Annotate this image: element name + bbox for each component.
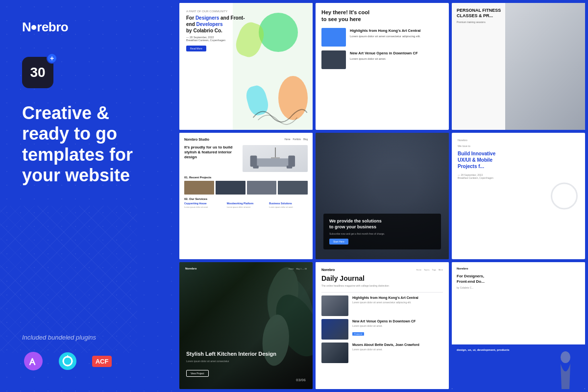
card6-title: Build InnovativeUX/UI & MobileProjects f… (458, 150, 579, 170)
tagline: Creative & ready to go templates for you… (22, 103, 154, 186)
news-img-1 (321, 28, 346, 47)
projects-grid (184, 181, 308, 195)
journal-title: Daily Journal (321, 274, 443, 282)
studio-logo: Norebro Studio (184, 138, 209, 141)
news-item-1: Highlights from Hong Kong's Art Central … (321, 28, 443, 47)
card8-counter: 03/06 (296, 378, 306, 382)
card5-headline: We provide the solutionsto grow your bus… (329, 219, 435, 230)
preview-card-designer-2[interactable]: Norebro For Designers,Front-end Do... by… (452, 262, 585, 389)
plugins-section: Included bundeled plugins (22, 334, 154, 372)
card6-pretag: We love to (458, 145, 579, 147)
card8-headline: Stylish Løft Kitchen Interior Design (186, 350, 276, 357)
svg-rect-6 (287, 166, 292, 169)
project-thumb-3 (247, 181, 277, 195)
jnav-tags: Tags (432, 269, 436, 271)
news-text-2: New Art Venue Opens in Downtown CF Lorem… (350, 50, 417, 61)
ja-tag: Featured (352, 332, 364, 336)
logo-dot (31, 25, 36, 30)
card1-pretag: A PART OF OUR COMMUNITY (186, 10, 246, 13)
service-2-desc: Lorem ipsum dolor sit amet (227, 206, 266, 208)
card5-btn[interactable]: Start Here (329, 239, 348, 245)
card8-nav: Home May 1 — 38 (289, 268, 307, 270)
card8-btn[interactable]: View Project (186, 370, 209, 377)
nav-portfolio: Portfolio (293, 138, 301, 141)
section-recent: 01. Recent Projects (184, 176, 308, 179)
nav-home: Home (289, 268, 294, 270)
preview-card-designer[interactable]: A PART OF OUR COMMUNITY For Designers an… (179, 3, 313, 130)
svg-rect-3 (250, 155, 257, 167)
preview-card-interior[interactable]: Norebro Studio Home Portfolio Blog It's … (179, 133, 313, 260)
preview-card-journal[interactable]: Norebro Home Topics Tags More Daily Jour… (316, 262, 449, 389)
jnav-home: Home (416, 269, 421, 271)
card2-title: Hey there! It's coolto see you here (321, 9, 443, 23)
jnav-more: More (439, 269, 443, 271)
studio-nav: Home Portfolio Blog (284, 138, 308, 141)
service-1: Copywriting House (184, 202, 223, 205)
journal-article-1: Highlights from Hong Kong's Art Central … (321, 295, 443, 316)
ja-img-2 (321, 319, 348, 340)
journal-article-3: Muses About Bette Davis, Joan Crawford L… (321, 343, 443, 363)
updraft-plugin-icon (56, 350, 79, 372)
journal-subtitle: The online headlines magazine with colle… (321, 284, 443, 288)
decorative-circle (551, 182, 578, 209)
ja-img-1 (321, 295, 348, 316)
card9-text: For Designers,Front-end Do... (457, 274, 580, 284)
card5-overlay: We provide the solutionsto grow your bus… (323, 214, 441, 249)
card9-sub: by Colabrio C... (457, 286, 580, 289)
svg-rect-4 (289, 155, 295, 167)
sidebar: Nrebro 30 + Creative & ready to go templ… (0, 0, 176, 392)
card5-sub: Subscribe now and get a first month free… (329, 232, 435, 236)
studio-hero: It's proudly for us to build stylish & f… (184, 145, 308, 172)
ja-img-3 (321, 343, 348, 363)
svg-rect-2 (253, 158, 293, 167)
project-thumb-4 (278, 181, 308, 195)
badge-count: 30 (30, 65, 45, 80)
service-3-desc: Lorem ipsum dolor sit amet (269, 206, 308, 208)
badge-area: 30 + (22, 57, 154, 88)
preview-card-uxui[interactable]: Norebro We love to Build InnovativeUX/UI… (452, 133, 585, 260)
card6-logo: Norebro (458, 139, 579, 142)
preview-card-business[interactable]: We provide the solutionsto grow your bus… (316, 133, 449, 260)
card1-headline: For Designers and Front-end Developersby… (186, 15, 246, 34)
journal-logo: Norebro (321, 268, 335, 271)
jnav-topics: Topics (424, 269, 429, 271)
preview-card-fitness[interactable]: PERSONAL FITNESSCLASSES & PR... Premium … (452, 3, 585, 130)
content-area: A PART OF OUR COMMUNITY For Designers an… (176, 0, 588, 392)
plugins-icons: ACF (22, 350, 154, 372)
news-item-2: New Art Venue Opens in Downtown CF Lorem… (321, 50, 443, 69)
card8-content: Stylish Løft Kitchen Interior Design Lor… (186, 350, 276, 377)
svg-rect-5 (253, 166, 259, 169)
ja-title-3: Muses About Bette Davis, Joan Crawford (352, 343, 419, 347)
nav-blog: Blog (303, 138, 308, 141)
yoast-plugin-icon (22, 350, 45, 372)
logo: Nrebro (22, 20, 154, 35)
service-2: Woodworking Platform (227, 202, 266, 205)
logo-text: Nrebro (22, 20, 68, 35)
studio-hero-img (243, 145, 308, 172)
card8-desc: Lorem ipsum dolor sit amet consectetur (186, 360, 276, 364)
journal-header: Norebro Home Topics Tags More (321, 268, 443, 271)
news-img-2 (321, 50, 346, 69)
preview-card-kitchen[interactable]: Norebro Home May 1 — 38 Stylish Løft Kit… (179, 262, 313, 389)
card8-logo: Norebro (185, 267, 196, 270)
service-3: Business Solutions (269, 202, 308, 205)
nav-portfolio: May 1 — 38 (296, 268, 307, 270)
acf-plugin-icon: ACF (91, 350, 113, 372)
card9-dark-bar: design, ux, ui, development, products (452, 344, 585, 389)
preview-card-news[interactable]: Hey there! It's coolto see you here High… (316, 3, 449, 130)
ja-text-1: Lorem ipsum dolor sit amet consectetur a… (352, 301, 418, 305)
studio-header: Norebro Studio Home Portfolio Blog (184, 138, 308, 141)
project-thumb-2 (216, 181, 245, 195)
acf-label: ACF (92, 356, 112, 367)
service-1-desc: Lorem ipsum dolor sit amet (184, 206, 223, 208)
card9-logo: Norebro (457, 267, 580, 270)
card1-btn[interactable]: Read More (186, 46, 206, 51)
badge-plus: + (47, 53, 57, 64)
ja-text-2: Lorem ipsum dolor sit amet. (352, 324, 416, 328)
news-text-1: Highlights from Hong Kong's Art Central … (350, 28, 420, 39)
plugins-label: Included bundeled plugins (22, 334, 154, 341)
card3-sub: Premium training sessions (457, 21, 525, 24)
badge-box: 30 + (22, 57, 53, 88)
journal-nav: Home Topics Tags More (416, 269, 443, 271)
ja-title-2: New Art Venue Opens in Downtown CF (352, 319, 416, 323)
